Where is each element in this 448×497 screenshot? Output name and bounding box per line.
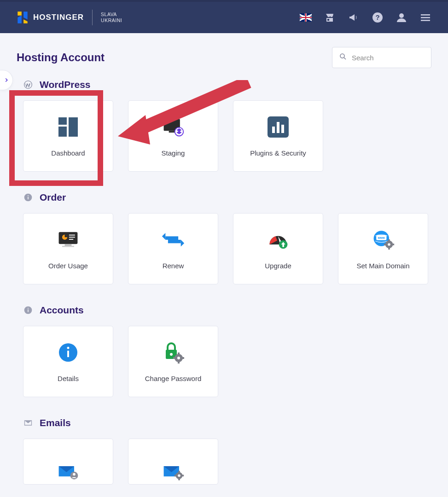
svg-rect-3	[421, 14, 430, 16]
card-set-main-domain[interactable]: www Set Main Domain	[338, 213, 428, 284]
svg-rect-42	[67, 351, 69, 357]
card-change-password[interactable]: Change Password	[128, 326, 218, 397]
svg-rect-23	[62, 246, 74, 247]
svg-rect-17	[281, 125, 284, 133]
card-label: Renew	[163, 262, 184, 270]
svg-rect-50	[173, 357, 175, 359]
section-title-wordpress: WordPress	[40, 79, 91, 90]
card-label: Details	[58, 375, 79, 382]
card-plugins-security[interactable]: Plugins & Security	[233, 100, 323, 172]
section-title-accounts: Accounts	[40, 305, 84, 316]
account-icon[interactable]	[396, 12, 407, 23]
card-label: Order Usage	[48, 262, 88, 270]
svg-point-43	[67, 347, 70, 349]
gauge-up-icon	[266, 228, 290, 252]
card-label: Staging	[162, 149, 185, 157]
svg-rect-49	[178, 362, 180, 364]
svg-rect-59	[178, 479, 180, 480]
card-dashboard[interactable]: Dashboard	[23, 100, 113, 172]
app-header: HOSTINGER SLAVA UKRAINI ?	[0, 0, 448, 33]
svg-point-53	[70, 472, 78, 480]
usage-monitor-icon	[56, 228, 80, 252]
menu-icon[interactable]	[419, 12, 431, 23]
card-label: Upgrade	[265, 262, 291, 270]
svg-rect-9	[69, 117, 78, 137]
section-emails: Emails	[15, 417, 431, 485]
store-icon[interactable]	[324, 12, 336, 23]
svg-rect-16	[277, 122, 279, 133]
header-actions: ?	[300, 12, 431, 23]
svg-rect-8	[58, 117, 67, 125]
card-upgrade[interactable]: Upgrade	[233, 213, 323, 284]
info-icon	[23, 305, 33, 315]
svg-rect-34	[388, 239, 390, 241]
svg-rect-40	[28, 308, 29, 309]
svg-point-54	[73, 473, 76, 476]
globe-gear-icon: www	[371, 228, 395, 252]
svg-text:www: www	[378, 236, 385, 239]
brand-logo[interactable]: HOSTINGER	[17, 11, 84, 24]
svg-rect-10	[58, 127, 67, 137]
svg-rect-5	[421, 20, 430, 21]
header-divider	[92, 10, 93, 25]
card-staging[interactable]: Staging	[128, 100, 218, 172]
svg-rect-36	[384, 243, 386, 245]
svg-rect-39	[28, 309, 29, 312]
section-accounts: Accounts Details	[15, 305, 431, 397]
svg-rect-21	[59, 232, 78, 244]
motto-line-2: UKRAINI	[101, 17, 122, 23]
mail-icon	[23, 418, 33, 428]
svg-rect-12	[169, 131, 175, 133]
card-email-accounts[interactable]	[23, 439, 113, 485]
card-label: Set Main Domain	[356, 262, 409, 270]
svg-rect-61	[182, 475, 184, 477]
card-email-settings[interactable]	[128, 439, 218, 485]
language-flag-icon[interactable]	[300, 12, 312, 23]
mail-gear-icon	[161, 460, 185, 484]
header-motto: SLAVA UKRAINI	[101, 12, 122, 23]
info-circle-icon	[56, 341, 80, 364]
svg-point-6	[340, 54, 344, 58]
renew-arrows-icon	[161, 228, 185, 252]
svg-rect-26	[69, 237, 75, 238]
bar-chart-icon	[266, 115, 290, 139]
card-label: Dashboard	[51, 149, 85, 157]
svg-point-47	[177, 357, 180, 359]
card-order-usage[interactable]: Order Usage	[23, 213, 113, 284]
section-wordpress: WordPress Dashboard	[15, 79, 431, 172]
info-icon	[23, 192, 33, 202]
mail-user-icon	[56, 460, 80, 484]
card-renew[interactable]: Renew	[128, 213, 218, 284]
svg-rect-35	[388, 248, 390, 250]
svg-point-45	[170, 353, 173, 356]
svg-point-57	[178, 474, 180, 477]
lock-gear-icon	[161, 341, 185, 364]
svg-rect-60	[175, 475, 176, 477]
brand-name: HOSTINGER	[33, 13, 84, 22]
svg-rect-22	[65, 244, 72, 246]
svg-rect-27	[69, 239, 73, 240]
svg-rect-51	[182, 357, 184, 359]
svg-rect-4	[421, 17, 430, 18]
svg-point-33	[388, 243, 390, 246]
svg-rect-58	[178, 471, 180, 473]
search-box[interactable]	[332, 47, 431, 68]
section-title-emails: Emails	[40, 417, 71, 428]
svg-rect-37	[392, 243, 394, 245]
card-label: Plugins & Security	[250, 149, 306, 157]
wordpress-icon	[23, 80, 33, 90]
hostinger-logo-icon	[17, 11, 29, 24]
svg-rect-48	[178, 353, 180, 354]
section-title-order: Order	[40, 192, 66, 203]
section-order: Order Order Usage	[15, 192, 431, 284]
help-icon[interactable]: ?	[372, 12, 384, 23]
search-input[interactable]	[352, 54, 425, 62]
staging-icon	[161, 115, 185, 139]
card-label: Change Password	[145, 375, 202, 382]
page-title: Hosting Account	[17, 51, 105, 64]
dashboard-icon	[56, 115, 80, 139]
svg-point-2	[399, 13, 404, 18]
announcement-icon[interactable]	[348, 12, 360, 23]
card-details[interactable]: Details	[23, 326, 113, 397]
svg-rect-15	[272, 127, 275, 133]
